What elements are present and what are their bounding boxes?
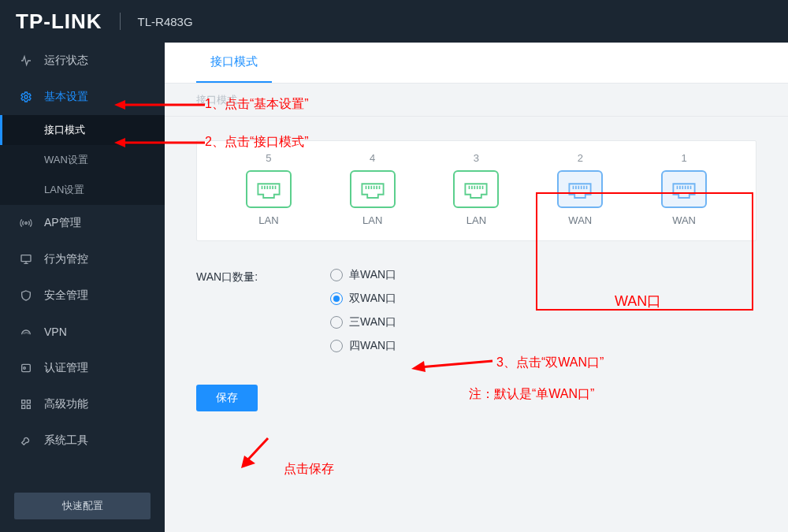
- sidebar-item-behavior-control[interactable]: 行为管控: [0, 241, 165, 277]
- sidebar-subitem-interface-mode[interactable]: 接口模式: [0, 115, 165, 145]
- svg-rect-9: [27, 405, 30, 408]
- sidebar-item-ap-management[interactable]: AP管理: [0, 205, 165, 241]
- sidebar-item-label: 运行状态: [44, 54, 88, 68]
- vpn-icon: VPN: [19, 325, 33, 339]
- sidebar-item-basic-settings[interactable]: 基本设置: [0, 79, 165, 115]
- nav: 运行状态 基本设置 接口模式 WAN设置 LAN设置 AP管理 行为管控 安: [0, 43, 165, 483]
- breadcrumb: 接口模式: [165, 84, 788, 117]
- sidebar-item-label: 行为管控: [44, 252, 88, 266]
- quick-config-button[interactable]: 快速配置: [14, 493, 151, 519]
- activity-icon: [19, 54, 33, 68]
- rj45-icon: [350, 170, 396, 208]
- svg-point-5: [24, 367, 26, 370]
- sidebar-item-label: AP管理: [44, 216, 81, 230]
- port-5: 5 LAN: [221, 152, 316, 226]
- radio-quad-wan[interactable]: 四WAN口: [330, 339, 396, 353]
- svg-rect-7: [27, 400, 30, 404]
- main-content: 接口模式 接口模式 5 LAN 4 LAN 3: [165, 43, 788, 532]
- sidebar-subitem-wan-settings[interactable]: WAN设置: [0, 145, 165, 175]
- sidebar: 运行状态 基本设置 接口模式 WAN设置 LAN设置 AP管理 行为管控 安: [0, 43, 165, 532]
- sidebar-item-status[interactable]: 运行状态: [0, 43, 165, 79]
- port-label: LAN: [258, 214, 278, 226]
- rj45-icon: [661, 170, 707, 208]
- breadcrumb-text: 接口模式: [196, 93, 237, 107]
- svg-rect-6: [22, 400, 25, 404]
- gear-icon: [19, 90, 33, 104]
- save-button[interactable]: 保存: [196, 385, 258, 411]
- port-number: 4: [370, 152, 375, 164]
- tab-interface-mode[interactable]: 接口模式: [196, 43, 272, 83]
- tab-bar: 接口模式: [165, 43, 788, 84]
- port-number: 5: [266, 152, 271, 164]
- wan-count-label: WAN口数量:: [196, 268, 330, 285]
- sidebar-item-label: 认证管理: [44, 361, 88, 375]
- port-number: 3: [474, 152, 479, 164]
- radio-dot-icon: [330, 340, 343, 352]
- grid-icon: [19, 397, 33, 411]
- shield-icon: [19, 288, 33, 303]
- radio-single-wan[interactable]: 单WAN口: [330, 268, 396, 282]
- sidebar-subitem-lan-settings[interactable]: LAN设置: [0, 175, 165, 205]
- radio-dot-icon: [330, 292, 343, 305]
- port-label: LAN: [466, 214, 486, 226]
- sidebar-item-label: VPN: [44, 326, 67, 338]
- wan-count-form: WAN口数量: 单WAN口 双WAN口 三WAN口 四WAN口: [196, 268, 756, 353]
- sidebar-item-label: 系统工具: [44, 433, 88, 448]
- sidebar-item-authentication[interactable]: 认证管理: [0, 350, 165, 386]
- port-2: 2 WAN: [533, 152, 627, 226]
- sidebar-item-security[interactable]: 安全管理: [0, 277, 165, 314]
- svg-text:VPN: VPN: [23, 331, 29, 335]
- sidebar-item-system-tools[interactable]: 系统工具: [0, 422, 165, 459]
- brand-separator: [120, 13, 121, 30]
- port-4: 4 LAN: [325, 152, 420, 226]
- radio-label: 三WAN口: [349, 315, 396, 329]
- auth-icon: [19, 361, 33, 375]
- radio-dot-icon: [330, 316, 343, 329]
- sidebar-submenu: 接口模式 WAN设置 LAN设置: [0, 115, 165, 205]
- port-number: 2: [578, 152, 583, 164]
- radio-label: 单WAN口: [349, 268, 396, 282]
- port-label: WAN: [568, 214, 592, 226]
- port-label: LAN: [362, 214, 382, 226]
- svg-point-1: [25, 222, 28, 225]
- port-label: WAN: [672, 214, 696, 226]
- port-number: 1: [681, 152, 686, 164]
- antenna-icon: [19, 216, 33, 230]
- port-1: 1 WAN: [637, 152, 731, 226]
- sidebar-item-label: 高级功能: [44, 397, 88, 411]
- radio-dot-icon: [330, 269, 343, 281]
- brand-logo: TP-LINK: [16, 9, 102, 34]
- sidebar-item-advanced[interactable]: 高级功能: [0, 386, 165, 422]
- radio-dual-wan[interactable]: 双WAN口: [330, 292, 396, 306]
- sidebar-item-label: 安全管理: [44, 288, 88, 303]
- ports-card: 5 LAN 4 LAN 3 LAN 2 WAN: [196, 140, 756, 241]
- svg-rect-8: [22, 405, 25, 408]
- rj45-icon: [557, 170, 603, 208]
- wrench-icon: [19, 433, 33, 448]
- sidebar-item-label: 基本设置: [44, 90, 88, 104]
- wan-count-options: 单WAN口 双WAN口 三WAN口 四WAN口: [330, 268, 396, 353]
- rj45-icon: [453, 170, 499, 208]
- sidebar-item-vpn[interactable]: VPN VPN: [0, 314, 165, 350]
- radio-label: 四WAN口: [349, 339, 396, 353]
- svg-point-0: [24, 95, 28, 99]
- radio-triple-wan[interactable]: 三WAN口: [330, 315, 396, 329]
- svg-rect-2: [21, 255, 31, 262]
- rj45-icon: [246, 170, 292, 208]
- port-3: 3 LAN: [429, 152, 523, 226]
- header: TP-LINK TL-R483G: [0, 0, 788, 43]
- model-label: TL-R483G: [138, 15, 193, 28]
- monitor-icon: [19, 252, 33, 266]
- radio-label: 双WAN口: [349, 292, 396, 306]
